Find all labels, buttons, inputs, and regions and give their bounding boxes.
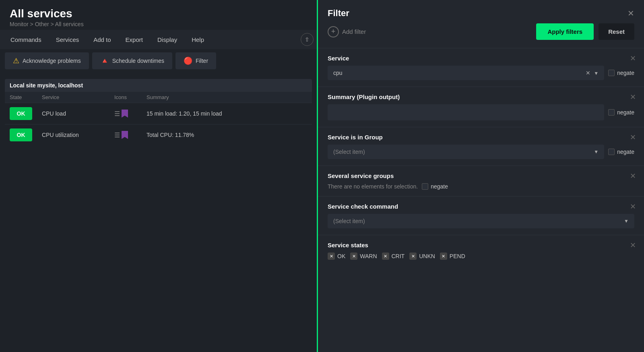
service-chevron-icon: ▼ [594, 70, 599, 76]
service-filter-title: Service [328, 55, 634, 62]
action-bar: ⚠ Acknowledge problems 🔺 Schedule downti… [0, 49, 317, 72]
summary-filter-section: Summary (Plugin output) ✕ negate [318, 87, 644, 127]
check-command-chevron-icon: ▼ [624, 218, 629, 224]
filter-header: Filter ✕ [318, 0, 644, 23]
page-header: All services Monitor > Other > All servi… [0, 0, 317, 30]
check-command-row: (Select item) ▼ [328, 214, 634, 228]
state-pend-remove[interactable]: ✕ [440, 253, 447, 260]
service-group-filter-section: Service is in Group ✕ (Select item) ▼ ne… [318, 127, 644, 166]
summary-filter-close[interactable]: ✕ [630, 93, 636, 101]
lines-icon: ☰ [114, 131, 120, 139]
state-crit-remove[interactable]: ✕ [382, 253, 389, 260]
reset-button[interactable]: Reset [599, 23, 634, 40]
nav-bar: Commands Services Add to Export Display … [0, 30, 317, 49]
nav-help[interactable]: Help [184, 33, 211, 46]
service-group-title: Service is in Group [328, 134, 634, 141]
several-groups-section: Several service groups ✕ There are no el… [318, 166, 644, 196]
state-crit-label: CRIT [392, 253, 405, 259]
summary-text: Total CPU: 11.78% [147, 132, 307, 138]
nav-services[interactable]: Services [49, 33, 87, 46]
service-chip-clear[interactable]: ✕ [586, 70, 590, 76]
bookmark-icon [122, 110, 128, 118]
status-badge-ok: OK [10, 107, 32, 120]
service-filter-close[interactable]: ✕ [630, 54, 636, 63]
service-negate-checkbox[interactable] [608, 70, 615, 76]
table-row[interactable]: OK CPU utilization ☰ Total CPU: 11.78% [5, 124, 312, 145]
several-groups-negate: negate [422, 183, 448, 190]
summary-filter-title: Summary (Plugin output) [328, 93, 634, 100]
state-ok-remove[interactable]: ✕ [328, 253, 335, 260]
service-group-placeholder: (Select item) [333, 149, 365, 155]
acknowledge-button[interactable]: ⚠ Acknowledge problems [5, 52, 89, 69]
state-warn-remove[interactable]: ✕ [350, 253, 357, 260]
table-row[interactable]: OK CPU load ☰ 15 min load: 1.20, 15 min … [5, 103, 312, 124]
several-groups-negate-checkbox[interactable] [422, 183, 428, 190]
service-group-chevron-icon: ▼ [594, 149, 599, 155]
service-filter-input[interactable]: cpu ✕ ▼ [328, 66, 604, 80]
icons-cell: ☰ [114, 110, 147, 118]
several-groups-close[interactable]: ✕ [630, 172, 636, 180]
warn-icon: ⚠ [13, 56, 19, 65]
lines-icon: ☰ [114, 110, 120, 118]
page-title: All services [10, 7, 307, 20]
check-command-dropdown[interactable]: (Select item) ▼ [328, 214, 634, 228]
col-state: State [10, 94, 42, 100]
summary-negate: negate [608, 109, 634, 116]
check-command-placeholder: (Select item) [333, 218, 365, 224]
service-group-dropdown[interactable]: (Select item) ▼ [328, 145, 604, 159]
col-summary: Summary [147, 94, 307, 100]
state-chip-ok: ✕ OK [328, 253, 345, 260]
check-command-title: Service check command [328, 203, 634, 210]
filter-icon: 🔴 [184, 56, 192, 65]
schedule-downtimes-button[interactable]: 🔺 Schedule downtimes [92, 52, 172, 69]
summary-negate-label: negate [617, 109, 634, 116]
nav-commands[interactable]: Commands [3, 33, 49, 46]
several-groups-negate-label: negate [431, 183, 448, 190]
filter-actions: + Add filter Apply filters Reset [318, 23, 644, 48]
nav-chevron-icon[interactable]: ⇧ [301, 33, 314, 46]
icons-cell: ☰ [114, 131, 147, 139]
add-filter-label: Add filter [342, 28, 366, 35]
col-service: Service [42, 94, 114, 100]
filter-label: Filter [196, 58, 208, 64]
service-group-negate-checkbox[interactable] [608, 149, 615, 155]
filter-close-button[interactable]: ✕ [627, 8, 634, 18]
service-negate-label: negate [617, 70, 634, 76]
service-group-close[interactable]: ✕ [630, 133, 636, 142]
states-row: ✕ OK ✕ WARN ✕ CRIT ✕ UNKN ✕ PEND [328, 253, 634, 260]
check-command-section: Service check command ✕ (Select item) ▼ [318, 196, 644, 235]
service-filter-row: cpu ✕ ▼ negate [328, 66, 634, 80]
apply-filters-button[interactable]: Apply filters [536, 23, 594, 40]
service-filter-section: Service ✕ cpu ✕ ▼ negate [318, 48, 644, 87]
col-icons: Icons [114, 94, 147, 100]
state-warn-label: WARN [360, 253, 377, 259]
acknowledge-label: Acknowledge problems [23, 58, 81, 64]
no-elements-text: There are no elements for selection. [328, 183, 418, 190]
check-command-close[interactable]: ✕ [630, 202, 636, 211]
nav-add-to[interactable]: Add to [86, 33, 118, 46]
left-panel: All services Monitor > Other > All servi… [0, 0, 318, 352]
state-chip-pend: ✕ PEND [440, 253, 465, 260]
summary-negate-checkbox[interactable] [608, 109, 615, 116]
filter-button[interactable]: 🔴 Filter [175, 52, 216, 69]
service-states-section: Service states ✕ ✕ OK ✕ WARN ✕ CRIT ✕ UN… [318, 235, 644, 266]
summary-filter-input[interactable] [328, 104, 604, 120]
several-groups-title: Several service groups [328, 172, 634, 179]
nav-display[interactable]: Display [150, 33, 184, 46]
right-panel: Filter ✕ + Add filter Apply filters Rese… [318, 0, 644, 352]
add-filter-button[interactable]: + Add filter [328, 26, 531, 37]
state-chip-unkn: ✕ UNKN [409, 253, 435, 260]
service-group-negate: negate [608, 149, 634, 155]
status-badge-ok: OK [10, 128, 32, 141]
state-unkn-remove[interactable]: ✕ [409, 253, 417, 260]
site-header: Local site mysite, localhost [5, 79, 312, 92]
add-filter-circle-icon: + [328, 26, 339, 37]
table-header: State Service Icons Summary [5, 92, 312, 103]
state-pend-label: PEND [450, 253, 465, 259]
filter-title: Filter [328, 8, 349, 19]
service-states-title: Service states [328, 242, 634, 248]
cone-icon: 🔺 [100, 56, 109, 65]
nav-export[interactable]: Export [118, 33, 150, 46]
service-group-negate-label: negate [617, 149, 634, 155]
service-states-close[interactable]: ✕ [630, 241, 636, 250]
